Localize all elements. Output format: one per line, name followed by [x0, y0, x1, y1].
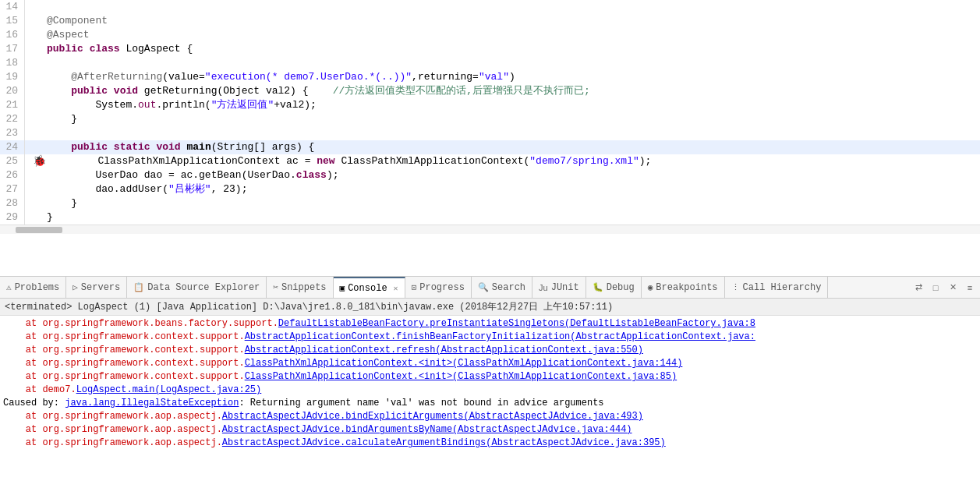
- scrollbar-thumb[interactable]: [16, 227, 62, 233]
- maximize-button[interactable]: □: [929, 281, 943, 295]
- bottom-panel: ⚠ Problems ▷ Servers 📋 Data Source Explo…: [0, 277, 980, 451]
- console-link[interactable]: AbstractApplicationContext.refresh(Abstr…: [245, 345, 643, 355]
- tab-label: Servers: [81, 282, 120, 293]
- tab-bar: ⚠ Problems ▷ Servers 📋 Data Source Explo…: [0, 277, 980, 299]
- breakpoints-icon: ◉: [648, 282, 653, 292]
- code-line-15: 15 @Component: [0, 14, 980, 28]
- tab-label: Data Source Explorer: [147, 282, 260, 293]
- console-caused-link[interactable]: java.lang.IllegalStateException: [65, 398, 239, 408]
- code-line-19: 19 @AfterReturning(value="execution(* de…: [0, 70, 980, 84]
- console-line-9: at org.springframework.aop.aspectj.Abstr…: [3, 437, 977, 450]
- code-content: public static void main(String[] args) {: [44, 140, 980, 154]
- line-indicator: [31, 126, 44, 140]
- code-line-25: 25 🐞 ClassPathXmlApplicationContext ac =…: [0, 154, 980, 168]
- progress-icon: ⊡: [412, 282, 417, 292]
- code-editor: 14 15 @Component 16 @Aspect 17 public cl…: [0, 0, 980, 277]
- code-content: @AfterReturning(value="execution(* demo7…: [44, 70, 980, 84]
- line-number: 24: [0, 140, 25, 154]
- line-indicator: [31, 98, 44, 112]
- line-number: 22: [0, 112, 25, 126]
- console-line-5: at org.springframework.context.support.C…: [3, 370, 977, 384]
- line-number: 27: [0, 182, 25, 196]
- line-indicator: [31, 42, 44, 56]
- tab-progress[interactable]: ⊡ Progress: [405, 277, 472, 298]
- pin-button[interactable]: ⇄: [911, 281, 925, 295]
- console-line-3: at org.springframework.context.support.A…: [3, 344, 977, 357]
- tab-close-icon[interactable]: ✕: [394, 284, 398, 293]
- console-panel: <terminated> LogAspect (1) [Java Applica…: [0, 299, 980, 451]
- console-line-1: at org.springframework.beans.factory.sup…: [3, 317, 977, 331]
- code-content: System.out.println("方法返回值"+val2);: [44, 98, 980, 112]
- code-line-24: 24 public static void main(String[] args…: [0, 140, 980, 154]
- code-content: public void getReturning(Object val2) { …: [44, 84, 980, 98]
- console-line-7: at org.springframework.aop.aspectj.Abstr…: [3, 410, 977, 423]
- tab-debug[interactable]: 🐛 Debug: [586, 277, 642, 298]
- line-number: 28: [0, 196, 25, 210]
- line-number: 26: [0, 168, 25, 182]
- menu-button[interactable]: ≡: [963, 281, 977, 295]
- console-link[interactable]: AbstractApplicationContext.finishBeanFac…: [245, 331, 755, 342]
- close-button[interactable]: ✕: [946, 281, 960, 295]
- tab-problems[interactable]: ⚠ Problems: [0, 277, 66, 298]
- console-link[interactable]: ClassPathXmlApplicationContext.<init>(Cl…: [245, 358, 683, 369]
- datasource-icon: 📋: [133, 282, 144, 292]
- tab-junit[interactable]: Ju JUnit: [532, 277, 586, 298]
- console-link[interactable]: DefaultListableBeanFactory.preInstantiat…: [278, 318, 755, 329]
- code-line-26: 26 UserDao dao = ac.getBean(UserDao.clas…: [0, 168, 980, 182]
- line-indicator: [31, 0, 44, 14]
- tab-breakpoints[interactable]: ◉ Breakpoints: [642, 277, 725, 298]
- tab-label: Console: [348, 283, 387, 294]
- line-indicator: 🐞: [31, 154, 46, 168]
- line-number: 20: [0, 84, 25, 98]
- horizontal-scrollbar[interactable]: [0, 225, 980, 234]
- line-number: 21: [0, 98, 25, 112]
- line-number: 29: [0, 210, 25, 225]
- code-content: [44, 126, 980, 140]
- line-indicator: [31, 210, 44, 225]
- line-number: 14: [0, 0, 25, 14]
- tab-console[interactable]: ▣ Console ✕: [334, 277, 405, 298]
- console-link[interactable]: AbstractAspectJAdvice.bindArgumentsByNam…: [222, 424, 632, 435]
- code-lines: 14 15 @Component 16 @Aspect 17 public cl…: [0, 0, 980, 225]
- console-link[interactable]: AbstractAspectJAdvice.bindExplicitArgume…: [222, 411, 643, 422]
- console-link[interactable]: AbstractAspectJAdvice.calculateArgumentB…: [222, 437, 666, 448]
- tab-label: Snippets: [281, 282, 327, 293]
- line-indicator: [31, 112, 44, 126]
- console-link[interactable]: LogAspect.main(LogAspect.java:25): [76, 384, 262, 395]
- ide-window: 14 15 @Component 16 @Aspect 17 public cl…: [0, 0, 980, 451]
- line-number: 16: [0, 28, 25, 42]
- search-icon: 🔍: [478, 282, 489, 292]
- line-number: 25: [0, 154, 25, 168]
- code-line-17: 17 public class LogAspect {: [0, 42, 980, 56]
- tab-label: Progress: [419, 282, 465, 293]
- tab-actions: ⇄ □ ✕ ≡: [911, 281, 980, 295]
- tab-datasource[interactable]: 📋 Data Source Explorer: [127, 277, 267, 298]
- tab-search[interactable]: 🔍 Search: [472, 277, 532, 298]
- line-number: 15: [0, 14, 25, 28]
- console-terminated-header: <terminated> LogAspect (1) [Java Applica…: [0, 299, 980, 316]
- code-content: }: [44, 196, 980, 210]
- tab-snippets[interactable]: ✂ Snippets: [267, 277, 333, 298]
- callhierarchy-icon: ⋮: [731, 282, 740, 292]
- line-indicator: [31, 56, 44, 70]
- line-indicator: [31, 28, 44, 42]
- code-content: public class LogAspect {: [44, 42, 980, 56]
- code-line-20: 20 public void getReturning(Object val2)…: [0, 84, 980, 98]
- code-content: }: [44, 112, 980, 126]
- code-line-18: 18: [0, 56, 980, 70]
- code-line-28: 28 }: [0, 196, 980, 210]
- tab-callhierarchy[interactable]: ⋮ Call Hierarchy: [725, 277, 829, 298]
- snippets-icon: ✂: [273, 282, 278, 292]
- console-line-6: at demo7.LogAspect.main(LogAspect.java:2…: [3, 384, 977, 397]
- line-indicator: [31, 182, 44, 196]
- code-line-23: 23: [0, 126, 980, 140]
- code-content: }: [44, 210, 980, 225]
- console-link[interactable]: ClassPathXmlApplicationContext.<init>(Cl…: [245, 371, 678, 382]
- servers-icon: ▷: [73, 282, 78, 292]
- tab-label: Call Hierarchy: [743, 282, 822, 293]
- code-content: [44, 56, 980, 70]
- tab-servers[interactable]: ▷ Servers: [66, 277, 127, 298]
- console-line-2: at org.springframework.context.support.A…: [3, 331, 977, 344]
- code-content: @Aspect: [44, 28, 980, 42]
- code-line-27: 27 dao.addUser("吕彬彬", 23);: [0, 182, 980, 196]
